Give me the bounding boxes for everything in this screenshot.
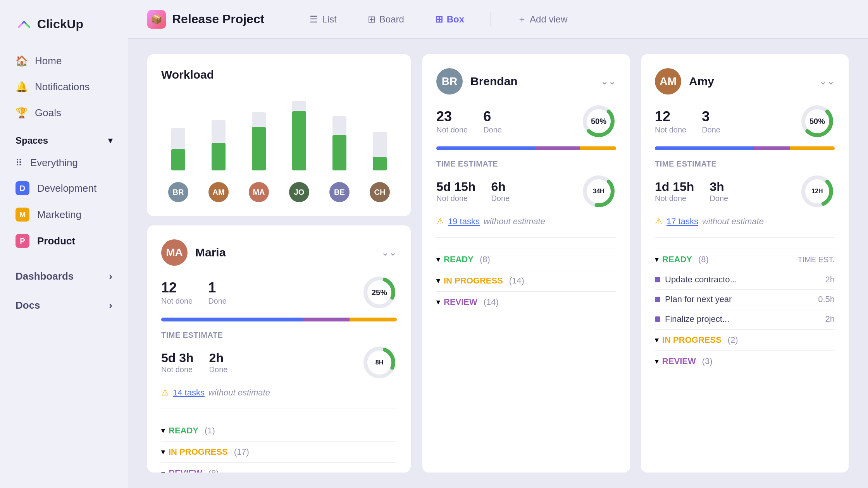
- brendan-pb-yellow: [580, 146, 616, 150]
- bell-icon: 🔔: [16, 81, 27, 93]
- amy-percent: 50%: [809, 117, 825, 126]
- maria-time-not-done: 5d 3h Not done: [161, 351, 194, 374]
- task-dot-1: [655, 277, 660, 282]
- brendan-review-section[interactable]: ▾ REVIEW (14): [436, 291, 616, 313]
- marketing-label: Marketing: [37, 209, 81, 221]
- amy-donut: 50%: [800, 104, 835, 139]
- maria-stats-row: 12 Not done 1 Done 25%: [161, 275, 397, 310]
- task-time-1: 2h: [825, 275, 835, 285]
- clickup-logo-icon: [16, 15, 33, 33]
- task-dot-3: [655, 316, 660, 322]
- maria-warning-text: without estimate: [208, 388, 270, 398]
- view-box-button[interactable]: ⊞ Box: [427, 10, 472, 29]
- amy-pb-purple: [754, 146, 790, 150]
- brendan-expand-icon[interactable]: ⌄⌄: [601, 76, 616, 87]
- maria-review-count: (8): [208, 468, 219, 473]
- maria-ready-count: (1): [205, 426, 215, 436]
- home-icon: 🏠: [16, 55, 27, 67]
- bar-group-2: [202, 120, 236, 170]
- amy-review-section[interactable]: ▾ REVIEW (3): [655, 351, 835, 372]
- pb-purple: [303, 318, 350, 321]
- maria-not-done-stat: 12 Not done: [161, 280, 193, 306]
- app-name: ClickUp: [37, 17, 83, 31]
- brendan-ready-section[interactable]: ▾ READY (8): [436, 249, 616, 270]
- everything-icon: ⠿: [16, 158, 22, 168]
- bar-fill-3: [252, 127, 266, 171]
- sidebar-item-marketing[interactable]: M Marketing: [0, 201, 128, 228]
- maria-time-nd-label: Not done: [161, 365, 194, 374]
- amy-pb-blue: [655, 146, 754, 150]
- sidebar-item-development[interactable]: D Development: [0, 175, 128, 201]
- add-icon: ＋: [517, 13, 527, 26]
- amy-time-not-done: 1d 15h Not done: [655, 180, 694, 203]
- warning-icon: ⚠: [161, 388, 169, 398]
- maria-not-done-num: 12: [161, 280, 193, 296]
- amy-expand-icon[interactable]: ⌄⌄: [819, 76, 835, 87]
- brendan-not-done-num: 23: [436, 108, 468, 125]
- maria-time-est-label: TIME ESTIMATE: [161, 331, 397, 340]
- maria-expand-icon[interactable]: ⌄⌄: [381, 247, 397, 258]
- task-dot-2: [655, 297, 660, 302]
- task-time-3: 2h: [825, 314, 835, 324]
- bar-track-3: [252, 112, 266, 170]
- amy-inprogress-count: (2): [728, 335, 738, 345]
- amy-warning-link[interactable]: 17 tasks: [666, 217, 698, 227]
- maria-ready-section[interactable]: ▾ READY (1): [161, 420, 397, 441]
- sidebar-item-notifications[interactable]: 🔔 Notifications: [0, 74, 128, 100]
- bar-group-4: [282, 101, 316, 170]
- maria-warning-link[interactable]: 14 tasks: [173, 388, 205, 398]
- maria-review-section[interactable]: ▾ REVIEW (8): [161, 462, 397, 473]
- bar-fill-6: [373, 157, 387, 170]
- amy-stats-row: 12 Not done 3 Done 50%: [655, 104, 835, 139]
- maria-name: Maria: [195, 246, 226, 259]
- bar-fill-2: [212, 143, 226, 171]
- amy-inprogress-section[interactable]: ▾ IN PROGRESS (2): [655, 329, 835, 351]
- sidebar-item-goals[interactable]: 🏆 Goals: [0, 100, 128, 126]
- brendan-warning-link[interactable]: 19 tasks: [448, 217, 480, 227]
- sidebar-item-everything[interactable]: ⠿ Everything: [0, 151, 128, 175]
- amy-review-label: REVIEW: [662, 356, 696, 366]
- sidebar-item-docs[interactable]: Docs ›: [0, 291, 128, 320]
- view-board-button[interactable]: ⊞ Board: [360, 10, 412, 29]
- add-view-button[interactable]: ＋ Add view: [510, 9, 575, 29]
- view-list-button[interactable]: ☰ List: [302, 10, 344, 29]
- maria-time-circle: 8H: [362, 345, 397, 380]
- maria-ready-label: READY: [169, 426, 198, 436]
- spaces-collapse-icon[interactable]: ▾: [108, 136, 112, 146]
- brendan-progress-bar: [436, 146, 616, 150]
- maria-card: MA Maria ⌄⌄ 12 Not done 1 Done: [147, 225, 411, 473]
- amy-ready-section[interactable]: ▾ READY (8) TIME EST.: [655, 249, 835, 270]
- view-divider: [283, 12, 283, 26]
- content-area: Workload: [128, 39, 868, 488]
- product-dot: P: [16, 234, 29, 248]
- workload-card: Workload: [147, 54, 411, 216]
- box-icon: ⊞: [435, 14, 443, 25]
- task-name-2: Plan for next year: [665, 294, 818, 304]
- avatar-ch: CH: [370, 182, 390, 202]
- bar-group-3: [242, 112, 276, 170]
- sidebar-item-home[interactable]: 🏠 Home: [0, 48, 128, 74]
- brendan-td-val: 6h: [491, 180, 510, 194]
- maria-time-done-val: 2h: [209, 351, 228, 365]
- brendan-header: BR Brendan ⌄⌄: [436, 68, 616, 95]
- list-label: List: [322, 14, 336, 25]
- brendan-inprogress-section[interactable]: ▾ IN PROGRESS (14): [436, 270, 616, 291]
- pb-blue: [161, 318, 303, 321]
- goals-label: Goals: [35, 107, 61, 119]
- brendan-warning-icon: ⚠: [436, 217, 444, 227]
- b-ready-chevron: ▾: [436, 255, 440, 264]
- brendan-ready-count: (8): [480, 254, 490, 265]
- amy-avatar: AM: [655, 68, 681, 95]
- maria-time-pct: 8H: [375, 359, 383, 366]
- amy-warning: ⚠ 17 tasks without estimate: [655, 217, 835, 227]
- sidebar-item-dashboards[interactable]: Dashboards ›: [0, 262, 128, 291]
- amy-pb-yellow: [790, 146, 835, 150]
- amy-header: AM Amy ⌄⌄: [655, 68, 835, 95]
- amy-inprogress-label: IN PROGRESS: [662, 335, 722, 345]
- sidebar-item-product[interactable]: P Product: [0, 228, 128, 254]
- inprogress-chevron: ▾: [161, 448, 165, 456]
- brendan-done-label: Done: [483, 125, 502, 134]
- spaces-header: Spaces ▾: [0, 126, 128, 151]
- home-label: Home: [35, 55, 62, 67]
- maria-inprogress-section[interactable]: ▾ IN PROGRESS (17): [161, 441, 397, 462]
